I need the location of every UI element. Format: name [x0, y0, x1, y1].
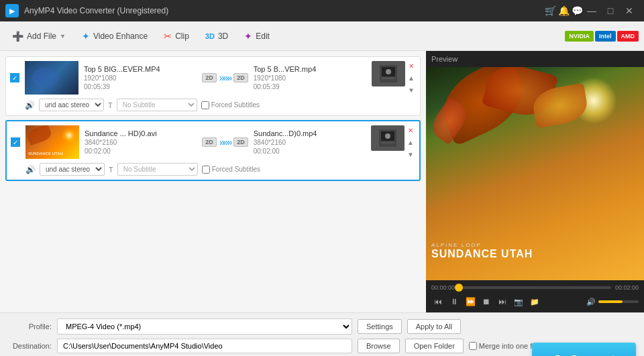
open-folder-button[interactable]: Open Folder: [405, 339, 464, 353]
svg-point-7: [385, 133, 390, 139]
chat-icon[interactable]: 💬: [572, 5, 582, 16]
browse-button[interactable]: Browse: [358, 339, 400, 353]
preview-panel: Preview ALPINE LOOP SUNDANCE UTAH: [426, 51, 644, 312]
skip-back-button[interactable]: ⏮: [431, 295, 445, 308]
svg-point-3: [386, 69, 391, 74]
file-2-output-2d: 2D: [233, 137, 248, 147]
volume-fill: [598, 300, 623, 303]
window-title: AnyMP4 Video Converter (Unregistered): [24, 6, 545, 15]
file-2-edit-button[interactable]: [371, 125, 405, 151]
time-start: 00:00:00: [431, 284, 455, 291]
video-enhance-icon: ✦: [82, 31, 90, 42]
settings-button[interactable]: Settings: [358, 319, 402, 334]
file-1-close-button[interactable]: ✕: [407, 61, 416, 70]
skip-forward-button[interactable]: ⏭: [496, 295, 509, 308]
progress-bar-container: 00:00:00 00:02:00: [431, 284, 639, 291]
audio-icon-1: 🔊: [25, 101, 35, 110]
svg-rect-2: [382, 78, 395, 79]
clip-button[interactable]: ✂ Clip: [157, 27, 196, 45]
file-2-output-res: 3840*2160: [254, 139, 366, 146]
apply-all-button[interactable]: Apply to All: [407, 319, 461, 334]
file-2-subtitle-select[interactable]: No Subtitle: [117, 163, 198, 176]
file-2-duration: 00:02:00: [85, 147, 197, 155]
file-1-thumbnail: [25, 61, 78, 95]
file-2-bottom: 🔊 und aac stereo T No Subtitle Forced Su…: [25, 163, 415, 176]
add-file-label: Add File: [27, 32, 56, 41]
convert-button[interactable]: ⟳ Convert: [532, 343, 636, 356]
file-item-2: ✓ SUNDANCE UTAH Sundance ... HD)0.avi 38…: [5, 120, 421, 181]
file-1-chevrons: »»»: [219, 72, 231, 83]
file-item-2-top: ✓ SUNDANCE UTAH Sundance ... HD)0.avi 38…: [11, 125, 415, 159]
file-1-checkbox[interactable]: ✓: [10, 73, 19, 82]
file-2-thumbnail: SUNDANCE UTAH: [25, 125, 79, 159]
file-1-subtitle-select[interactable]: No Subtitle: [117, 99, 197, 111]
add-file-button[interactable]: ➕ Add File ▼: [5, 27, 72, 45]
title-bar: ▶ AnyMP4 Video Converter (Unregistered) …: [0, 0, 644, 21]
convert-label: Convert: [570, 353, 615, 357]
file-1-input-2d: 2D: [202, 73, 217, 82]
3d-button[interactable]: 3D 3D: [199, 28, 235, 44]
play-pause-button[interactable]: ⏸: [447, 295, 461, 308]
fast-forward-button[interactable]: ⏩: [464, 295, 477, 308]
video-enhance-button[interactable]: ✦ Video Enhance: [75, 27, 154, 45]
file-2-audio-select[interactable]: und aac stereo: [40, 163, 105, 176]
convert-icon: ⟳: [553, 352, 564, 356]
bell-icon[interactable]: 🔔: [558, 5, 569, 16]
profile-label: Profile:: [8, 322, 52, 331]
file-2-side-buttons: ✕ ▲ ▼: [406, 125, 415, 159]
file-2-forced-subs: Forced Subtitles: [202, 166, 260, 174]
file-1-forced-subs-checkbox[interactable]: [201, 101, 209, 109]
stop-button[interactable]: ⏹: [480, 295, 493, 308]
preview-label: Preview: [426, 51, 644, 67]
edit-button[interactable]: ✦ Edit: [237, 27, 276, 45]
progress-track[interactable]: [459, 286, 611, 289]
file-1-output-info: Top 5 B...VER.mp4 1920*1080 00:05:39: [254, 65, 366, 91]
progress-thumb: [455, 284, 463, 292]
title-icons: 🛒 🔔 💬: [545, 5, 582, 16]
file-2-output-info: Sundanc...D)0.mp4 3840*2160 00:02:00: [254, 129, 366, 155]
file-2-chevrons: »»»: [219, 137, 231, 147]
profile-row: Profile: MPEG-4 Video (*.mp4) Settings A…: [8, 318, 636, 335]
file-2-up-button[interactable]: ▲: [406, 137, 415, 147]
file-1-actions: ✕ ▲ ▼: [372, 61, 416, 95]
subtitle-icon-1: T: [108, 101, 113, 109]
file-1-name: Top 5 BIG...EVER.MP4: [84, 65, 197, 73]
file-1-res: 1920*1080: [84, 74, 197, 82]
file-1-output-duration: 00:05:39: [254, 83, 366, 91]
volume-icon: 🔊: [586, 298, 596, 306]
file-2-forced-subs-checkbox[interactable]: [202, 166, 210, 174]
volume-track[interactable]: [598, 300, 639, 303]
merge-checkbox[interactable]: [469, 342, 477, 350]
bottom-area: Profile: MPEG-4 Video (*.mp4) Settings A…: [0, 312, 644, 356]
cart-icon[interactable]: 🛒: [545, 5, 555, 16]
file-1-audio-select[interactable]: und aac stereo: [39, 99, 104, 111]
audio-icon-2: 🔊: [25, 165, 36, 174]
file-1-bottom: 🔊 und aac stereo T No Subtitle Forced Su…: [25, 99, 416, 111]
destination-label: Destination:: [8, 342, 52, 350]
file-2-arrow: 2D »»» 2D: [202, 137, 248, 147]
clip-label: Clip: [175, 32, 189, 41]
maximize-button[interactable]: □: [601, 1, 620, 20]
profile-select[interactable]: MPEG-4 Video (*.mp4): [57, 318, 352, 335]
file-2-down-button[interactable]: ▼: [406, 150, 415, 159]
file-2-close-button[interactable]: ✕: [406, 125, 415, 135]
destination-input[interactable]: [57, 339, 352, 353]
file-2-output-name: Sundanc...D)0.mp4: [254, 129, 366, 137]
nvidia-badge: NVIDIA: [565, 31, 594, 42]
file-1-up-button[interactable]: ▲: [407, 73, 416, 82]
folder-button[interactable]: 📁: [528, 295, 541, 308]
file-2-output-duration: 00:02:00: [254, 147, 366, 155]
clip-icon: ✂: [164, 31, 172, 42]
file-1-output-name: Top 5 B...VER.mp4: [254, 65, 366, 73]
close-button[interactable]: ✕: [620, 1, 639, 20]
file-2-forced-subs-label: Forced Subtitles: [212, 166, 260, 173]
minimize-button[interactable]: —: [582, 1, 601, 20]
preview-video: ALPINE LOOP SUNDANCE UTAH: [426, 67, 644, 280]
file-1-edit-button[interactable]: [372, 61, 405, 86]
file-2-checkbox[interactable]: ✓: [11, 137, 20, 147]
file-1-output-2d: 2D: [233, 73, 248, 82]
file-1-down-button[interactable]: ▼: [407, 85, 416, 95]
intel-badge: Intel: [595, 31, 616, 42]
merge-label: Merge into one file: [479, 342, 540, 350]
screenshot-button[interactable]: 📷: [512, 295, 525, 308]
